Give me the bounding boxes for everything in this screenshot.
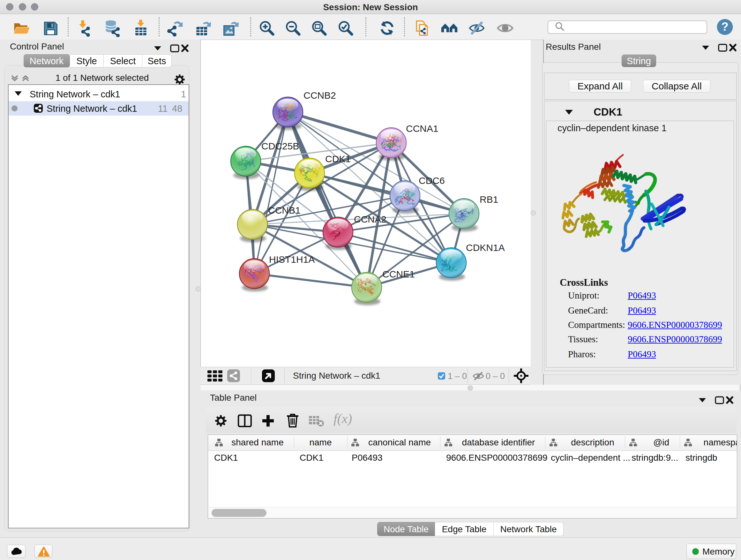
svg-text:CCNB2: CCNB2 [304,90,336,101]
svg-text:CDK1: CDK1 [325,153,351,164]
svg-text:CCNB1: CCNB1 [268,205,300,215]
svg-text:CCNA1: CCNA1 [406,123,439,134]
svg-text:?: ? [722,20,729,33]
svg-text:CCNA2: CCNA2 [354,214,387,225]
svg-text:CCNE1: CCNE1 [382,269,415,279]
svg-text:RB1: RB1 [480,194,498,205]
svg-text:CDC25B: CDC25B [261,141,299,151]
svg-text:CDC6: CDC6 [419,175,445,186]
svg-text:CDKN1A: CDKN1A [466,242,505,253]
svg-text:HIST1H1A: HIST1H1A [269,254,315,265]
